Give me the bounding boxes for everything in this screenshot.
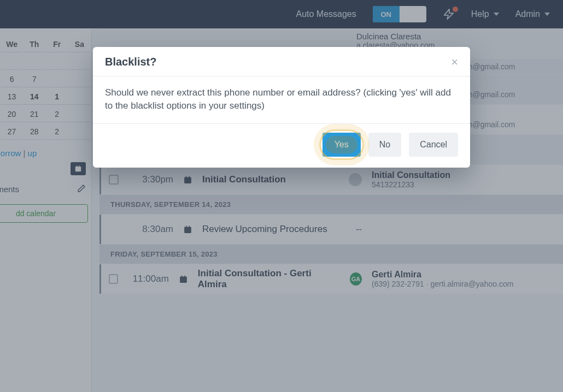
- blacklist-modal: Blacklist? × Should we never extract thi…: [93, 47, 470, 168]
- modal-footer: Yes No Cancel: [93, 124, 470, 168]
- modal-title: Blacklist?: [105, 56, 156, 68]
- no-button[interactable]: No: [368, 133, 401, 157]
- yes-button[interactable]: Yes: [322, 133, 361, 157]
- cancel-button[interactable]: Cancel: [409, 133, 458, 157]
- modal-body: Should we never extract this phone numbe…: [93, 76, 470, 124]
- close-icon[interactable]: ×: [451, 56, 458, 68]
